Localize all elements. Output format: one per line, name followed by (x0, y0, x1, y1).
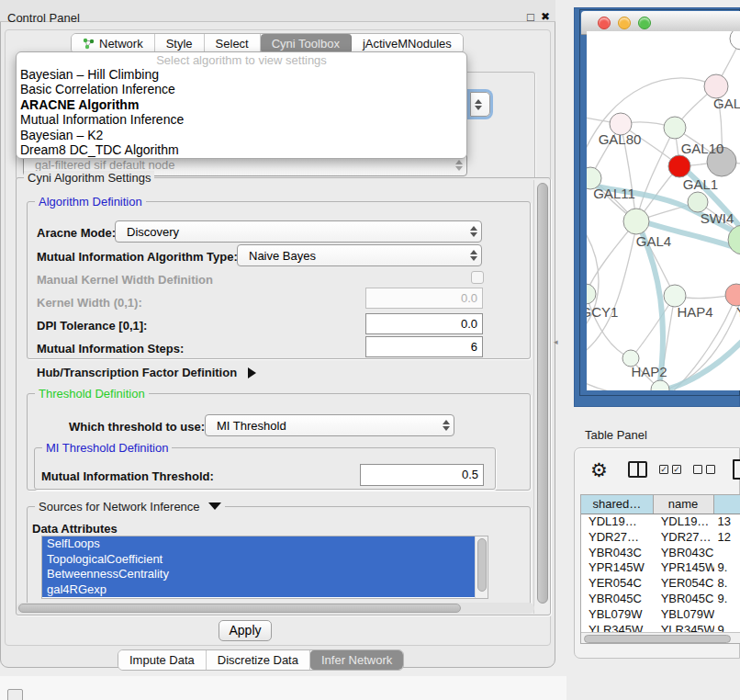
algorithm-combobox-fragment[interactable] (470, 92, 490, 117)
sources-group-title: Sources for Network Inference (35, 500, 225, 514)
zoom-traffic-light-icon[interactable] (638, 17, 651, 29)
combo-stepper-icon (466, 250, 481, 261)
table-row[interactable]: YBR043CYBR043C (581, 546, 740, 561)
table-cell: YBR043C (654, 546, 714, 561)
control-panel-titlebar (0, 0, 555, 22)
split-view-icon[interactable] (628, 461, 647, 478)
network-node[interactable] (651, 380, 669, 390)
column-header-partial[interactable] (714, 495, 740, 514)
close-panel-icon[interactable]: ✖ (541, 10, 550, 23)
tab-discretize-data[interactable]: Discretize Data (207, 650, 310, 670)
gear-icon[interactable]: ⚙ (590, 459, 608, 481)
table-cell: YDL19… (581, 514, 654, 530)
close-traffic-light-icon[interactable] (598, 17, 611, 29)
mi-type-combobox[interactable]: Naive Bayes (237, 244, 482, 266)
settings-vertical-scrollbar[interactable] (533, 180, 550, 614)
algorithm-item-aracne-algorithm[interactable]: ARACNE Algorithm (17, 97, 466, 112)
attribute-item-selfloops[interactable]: SelfLoops (42, 536, 476, 552)
select-all-icon[interactable]: ✓✓ (659, 465, 681, 474)
table-horizontal-scrollbar[interactable] (581, 632, 740, 643)
algorithm-item-dream8-dc-tdc-algorithm[interactable]: Dream8 DC_TDC Algorithm (17, 142, 466, 157)
table-row[interactable]: YDL19…YDL19…13 (581, 514, 740, 530)
node-label-gcy1: GCY1 (587, 304, 618, 320)
aracne-mode-combobox[interactable]: Discovery (115, 220, 482, 243)
which-threshold-combobox[interactable]: MI Threshold (205, 414, 454, 436)
table-row[interactable]: YBL079WYBL079W (581, 607, 740, 623)
algorithm-item-bayesian-hill-climbing[interactable]: Bayesian – Hill Climbing (17, 67, 466, 82)
panel-divider-grip[interactable]: ◂ (554, 337, 558, 346)
tab-network[interactable]: Network (72, 34, 155, 53)
network-node-gcy1[interactable] (587, 284, 596, 304)
table-hscrollbar-thumb[interactable] (584, 635, 731, 643)
settings-vscrollbar-thumb[interactable] (537, 183, 548, 604)
table-row[interactable]: YPR145WYPR145W9. (581, 560, 740, 576)
mi-steps-label: Mutual Information Steps: (37, 342, 184, 356)
node-label-gal4: GAL4 (636, 233, 671, 249)
table-panel: ⚙ ✓✓ shared…name YDL19…YDL19…13YDR27…YDR… (574, 447, 740, 659)
minimize-traffic-light-icon[interactable] (618, 17, 631, 29)
network-node[interactable] (664, 117, 686, 139)
manual-kernel-checkbox[interactable] (471, 271, 484, 284)
tab-label: Style (166, 37, 193, 51)
combo-stepper-icon (466, 226, 481, 237)
table-cell: YPR145W (581, 560, 654, 576)
tab-jactivemnodules[interactable]: jActiveMNodules (352, 34, 463, 53)
apply-button[interactable]: Apply (219, 620, 272, 641)
network-node-gal1[interactable] (668, 155, 690, 177)
table-row[interactable]: YBR045CYBR045C9. (581, 592, 740, 607)
settings-hscrollbar-thumb[interactable] (18, 604, 461, 613)
float-window-icon[interactable]: □ (527, 10, 534, 24)
table-row[interactable]: YER054CYER054C8. (581, 576, 740, 592)
table-cell: YBR045C (581, 592, 654, 607)
dpi-tolerance-field[interactable]: 0.0 (365, 313, 483, 334)
table-cell: YBL079W (581, 607, 654, 623)
network-node[interactable] (730, 31, 740, 50)
attribute-item-betweennesscentrality[interactable]: BetweennessCentrality (42, 567, 476, 582)
table-cell: 8. (714, 576, 740, 592)
table-header-row: shared…name (581, 495, 740, 514)
kernel-width-field[interactable]: 0.0 (365, 288, 483, 309)
node-label-hap4: HAP4 (677, 304, 712, 320)
data-attributes-list: SelfLoopsTopologicalCoefficientBetweenne… (41, 536, 488, 599)
mi-steps-field[interactable]: 6 (365, 336, 483, 357)
tab-infer-network[interactable]: Infer Network (310, 650, 403, 670)
tab-impute-data[interactable]: Impute Data (118, 650, 207, 670)
attribute-item-gal4rgexp[interactable]: gal4RGexp (42, 582, 476, 598)
algorithm-popup-list: Bayesian – Hill ClimbingBasic Correlatio… (17, 67, 466, 157)
attribute-item-topologicalcoefficient[interactable]: TopologicalCoefficient (42, 552, 476, 568)
network-node-y[interactable] (725, 284, 740, 306)
settings-horizontal-scrollbar[interactable] (17, 603, 534, 614)
tab-label: Impute Data (129, 653, 195, 667)
hub-section-toggle[interactable]: Hub/Transcription Factor Definition (37, 366, 256, 379)
column-header-shared-[interactable]: shared… (581, 495, 654, 514)
hub-section-label: Hub/Transcription Factor Definition (37, 366, 237, 379)
network-edge[interactable] (636, 128, 675, 221)
network-canvas[interactable]: GALGAL80GAL10GAL1GAL11SWI4GAL4GCY1HAP4YH… (587, 31, 740, 390)
node-label-gal80: GAL80 (599, 131, 642, 147)
combo-stepper-icon (452, 160, 466, 171)
attributes-list-scrollbar[interactable] (475, 536, 488, 598)
table-cell (714, 607, 740, 623)
column-header-name[interactable]: name (654, 495, 714, 514)
network-node-swi4[interactable] (688, 192, 708, 212)
table-cell: 9. (714, 592, 740, 607)
algorithm-item-bayesian-k2[interactable]: Bayesian – K2 (17, 128, 466, 142)
settings-group-title: Cyni Algorithm Settings (24, 171, 154, 185)
tab-select[interactable]: Select (205, 34, 261, 53)
document-icon[interactable] (733, 459, 740, 480)
algorithm-item-mutual-information-inference[interactable]: Mutual Information Inference (17, 112, 466, 127)
table-cell: YBR043C (581, 546, 654, 561)
table-row[interactable]: YDR27…YDR27…12 (581, 530, 740, 546)
tab-cyni-toolbox[interactable]: Cyni Toolbox (261, 34, 352, 53)
table-cell: YBR045C (654, 592, 714, 607)
table-cell: YDL19… (654, 514, 714, 530)
deselect-all-icon[interactable] (693, 465, 715, 474)
network-node-gal4[interactable] (623, 209, 649, 234)
attributes-scrollbar-thumb[interactable] (477, 538, 487, 592)
tab-style[interactable]: Style (155, 34, 205, 53)
mi-threshold-field[interactable]: 0.5 (360, 464, 484, 486)
node-attribute-table: shared…name YDL19…YDL19…13YDR27…YDR27…12… (580, 494, 740, 644)
corner-grip-icon[interactable] (7, 689, 23, 700)
algorithm-item-basic-correlation-inference[interactable]: Basic Correlation Inference (17, 82, 466, 96)
table-cell: 12 (714, 530, 740, 546)
